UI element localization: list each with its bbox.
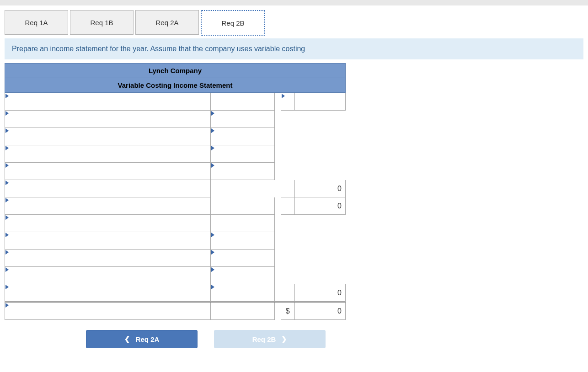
value-cell (294, 145, 345, 163)
value-cell[interactable]: 0 (294, 284, 345, 302)
income-statement-sheet: Lynch Company Variable Costing Income St… (5, 63, 346, 320)
dropdown-indicator-icon (211, 163, 214, 168)
instruction-text: Prepare an income statement for the year… (5, 38, 583, 59)
row-label-cell[interactable] (5, 180, 211, 197)
chevron-left-icon: ❮ (124, 335, 130, 343)
table-row (5, 111, 346, 128)
row-label-cell[interactable] (5, 250, 211, 267)
dropdown-indicator-icon (211, 111, 214, 116)
row-mid-cell[interactable] (211, 197, 275, 215)
table-row: 0 (5, 284, 346, 302)
prev-button[interactable]: ❮ Req 2A (86, 330, 198, 348)
value-cell (294, 232, 345, 250)
row-label-cell[interactable] (5, 284, 211, 302)
nav-buttons: ❮ Req 2A Req 2B ❯ (0, 330, 412, 348)
dropdown-indicator-icon (282, 94, 285, 98)
dropdown-indicator-icon (5, 128, 9, 133)
value-cell (294, 215, 345, 232)
value-cell (294, 163, 345, 180)
row-label-cell[interactable] (5, 302, 211, 320)
table-row (5, 93, 346, 111)
table-row (5, 128, 346, 145)
gap-cell (274, 250, 281, 267)
currency-cell (281, 284, 294, 302)
currency-cell (281, 93, 294, 111)
tabs-row: Req 1AReq 1BReq 2AReq 2B (0, 10, 588, 36)
currency-symbol: $ (286, 307, 290, 315)
row-mid-cell[interactable] (211, 284, 275, 302)
currency-cell (281, 145, 294, 163)
currency-cell: $ (281, 302, 294, 320)
dropdown-indicator-icon (211, 267, 214, 272)
gap-cell (274, 215, 281, 232)
value-cell (294, 250, 345, 267)
dropdown-indicator-icon (5, 215, 9, 220)
top-bar (0, 0, 588, 5)
row-mid-cell[interactable] (211, 145, 275, 163)
dropdown-indicator-icon (5, 181, 9, 185)
tab-req2a[interactable]: Req 2A (135, 10, 199, 35)
chevron-right-icon: ❯ (281, 335, 287, 343)
value-cell[interactable]: 0 (294, 302, 345, 320)
row-mid-cell[interactable] (211, 215, 275, 232)
currency-cell (281, 232, 294, 250)
row-mid-cell[interactable] (211, 93, 275, 111)
dropdown-indicator-icon (5, 285, 9, 289)
gap-cell (274, 232, 281, 250)
sheet-title-statement: Variable Costing Income Statement (5, 78, 346, 93)
row-mid-cell[interactable] (211, 302, 275, 320)
dropdown-indicator-icon (211, 233, 214, 237)
gap-cell (274, 163, 281, 180)
row-mid-cell[interactable] (211, 128, 275, 145)
row-label-cell[interactable] (5, 128, 211, 145)
dropdown-indicator-icon (5, 250, 9, 255)
row-label-cell[interactable] (5, 197, 211, 215)
gap-cell (274, 180, 281, 197)
row-mid-cell[interactable] (211, 250, 275, 267)
table-row: 0 (5, 180, 346, 197)
value-cell (294, 111, 345, 128)
dropdown-indicator-icon (5, 111, 9, 116)
dropdown-indicator-icon (211, 285, 214, 289)
statement-grid: 000$0 (5, 93, 346, 320)
sheet-title-company: Lynch Company (5, 63, 346, 78)
gap-cell (274, 111, 281, 128)
dropdown-indicator-icon (5, 94, 9, 98)
gap-cell (274, 284, 281, 302)
row-mid-cell[interactable] (211, 232, 275, 250)
row-label-cell[interactable] (5, 215, 211, 232)
row-mid-cell[interactable] (211, 163, 275, 180)
tab-req2b[interactable]: Req 2B (201, 10, 265, 36)
dropdown-indicator-icon (5, 233, 9, 237)
next-button[interactable]: Req 2B ❯ (214, 330, 326, 348)
tab-req1b[interactable]: Req 1B (70, 10, 134, 35)
tab-req1a[interactable]: Req 1A (5, 10, 68, 35)
row-mid-cell (211, 180, 275, 197)
row-label-cell[interactable] (5, 163, 211, 180)
gap-cell (274, 302, 281, 320)
row-label-cell[interactable] (5, 232, 211, 250)
currency-cell (281, 180, 294, 197)
table-row: 0 (5, 197, 346, 215)
gap-cell (274, 267, 281, 284)
gap-cell (274, 128, 281, 145)
row-mid-cell[interactable] (211, 267, 275, 284)
row-label-cell[interactable] (5, 111, 211, 128)
dropdown-indicator-icon (5, 267, 9, 272)
currency-cell (281, 250, 294, 267)
table-row (5, 267, 346, 284)
row-label-cell[interactable] (5, 267, 211, 284)
value-cell[interactable]: 0 (294, 180, 345, 197)
dropdown-indicator-icon (211, 250, 214, 255)
row-label-cell[interactable] (5, 145, 211, 163)
value-cell[interactable]: 0 (294, 197, 345, 215)
value-cell[interactable] (294, 93, 345, 111)
dropdown-indicator-icon (5, 198, 9, 202)
table-row (5, 215, 346, 232)
table-row (5, 163, 346, 180)
row-mid-cell[interactable] (211, 111, 275, 128)
prev-button-label: Req 2A (136, 335, 160, 343)
currency-cell (281, 163, 294, 180)
table-row (5, 232, 346, 250)
row-label-cell[interactable] (5, 93, 211, 111)
